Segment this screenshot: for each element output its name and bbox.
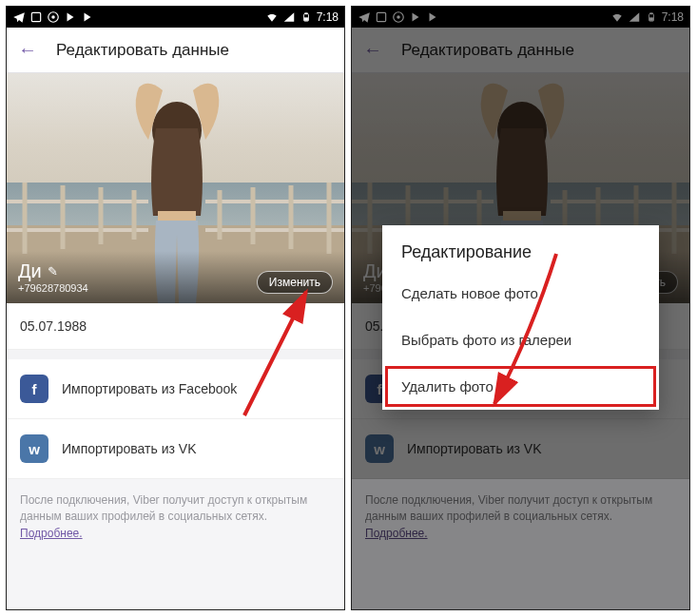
birthday-row[interactable]: 05.07.1988 [7, 303, 344, 350]
birthday-value: 05.07.1988 [20, 318, 87, 334]
divider [7, 350, 344, 359]
viber-icon [47, 10, 60, 24]
play-icon [64, 10, 77, 24]
change-photo-button[interactable]: Изменить [257, 271, 333, 294]
footer-note: После подключения, Viber получит доступ … [7, 479, 344, 555]
profile-name: Ди [18, 260, 42, 282]
profile-hero: Ди ✎ +79628780934 Изменить [7, 73, 344, 303]
app-header: ← Редактировать данные [7, 28, 344, 73]
header-title: Редактировать данные [56, 41, 229, 60]
dialog-opt-gallery[interactable]: Выбрать фото из галереи [382, 317, 659, 363]
dialog-opt-new-photo[interactable]: Сделать новое фото [382, 270, 659, 317]
facebook-icon: f [20, 375, 48, 403]
battery-icon [300, 10, 313, 24]
dialog-title: Редактирование [382, 225, 659, 270]
edit-photo-dialog: Редактирование Сделать новое фото Выбрат… [382, 225, 659, 410]
play-icon-2 [81, 10, 94, 24]
svg-point-2 [51, 15, 55, 19]
profile-phone: +79628780934 [18, 282, 88, 294]
svg-rect-5 [304, 18, 307, 20]
signal-icon [282, 10, 296, 24]
svg-rect-0 [31, 12, 40, 21]
vk-icon: w [20, 434, 48, 463]
import-facebook-row[interactable]: f Импортировать из Facebook [7, 359, 344, 419]
svg-rect-4 [304, 13, 307, 14]
status-time: 7:18 [317, 10, 339, 24]
dialog-opt-delete[interactable]: Удалить фото [382, 363, 659, 410]
footer-more-link[interactable]: Подробнее. [20, 527, 83, 540]
back-arrow-icon[interactable]: ← [18, 39, 37, 61]
pencil-icon[interactable]: ✎ [48, 264, 58, 279]
footer-text: После подключения, Viber получит доступ … [20, 493, 307, 523]
phone-right: 7:18 ← Редактировать данные [351, 6, 690, 610]
screenshot-icon [29, 10, 43, 24]
import-fb-label: Импортировать из Facebook [62, 381, 237, 396]
import-vk-label: Импортировать из VK [62, 441, 197, 456]
telegram-icon [12, 10, 26, 24]
import-vk-row[interactable]: w Импортировать из VK [7, 419, 344, 479]
wifi-icon [265, 10, 279, 24]
phone-left: 7:18 ← Редактировать данные [6, 6, 345, 610]
status-bar: 7:18 [7, 7, 344, 28]
